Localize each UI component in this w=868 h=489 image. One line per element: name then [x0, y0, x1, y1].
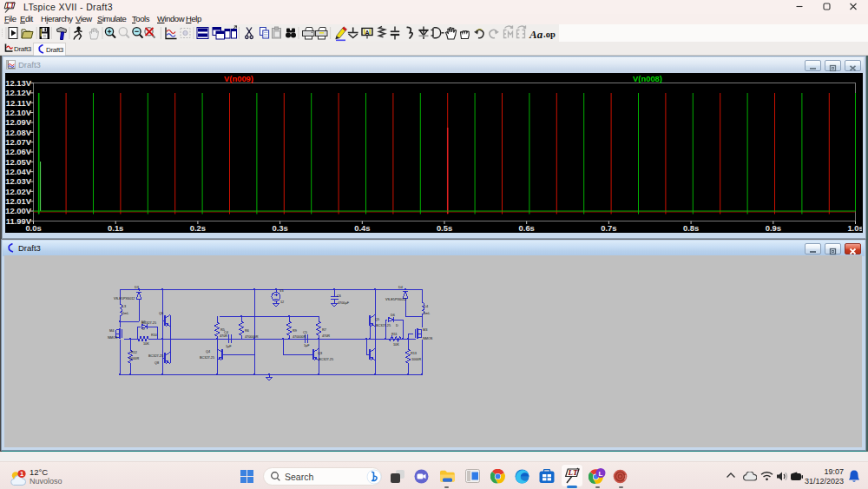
svg-text:V(n008): V(n008)	[633, 74, 662, 83]
svg-text:Q5: Q5	[375, 318, 379, 321]
svg-text:0.5s: 0.5s	[437, 223, 452, 233]
svg-text:0.7s: 0.7s	[601, 223, 616, 233]
svg-text:1mL: 1mL	[122, 312, 128, 315]
svg-text:Aa: Aa	[529, 28, 543, 41]
svg-text:Q6: Q6	[159, 312, 163, 315]
svg-text:LT: LT	[5, 2, 14, 10]
svg-text:BC327-25: BC327-25	[376, 324, 391, 327]
svg-text:0.0s: 0.0s	[25, 223, 41, 233]
svg-text:470000R: 470000R	[245, 335, 259, 339]
svg-text:R9: R9	[293, 329, 297, 333]
svg-text:470R: 470R	[322, 334, 330, 338]
svg-text:Q8: Q8	[155, 361, 159, 365]
svg-text:M3: M3	[423, 328, 427, 332]
svg-text:12.01V: 12.01V	[5, 196, 31, 206]
svg-text:C6: C6	[337, 294, 341, 298]
svg-text:.op: .op	[543, 30, 556, 39]
svg-text:10K: 10K	[393, 343, 399, 347]
svg-text:12.10V: 12.10V	[5, 108, 31, 117]
svg-text:M4: M4	[109, 329, 114, 333]
svg-text:470000R: 470000R	[293, 335, 306, 339]
svg-text:1µF: 1µF	[304, 344, 310, 347]
svg-text:R7: R7	[322, 328, 326, 332]
svg-text:R10: R10	[151, 334, 157, 337]
svg-text:D: D	[142, 327, 145, 331]
svg-text:12.04V: 12.04V	[5, 167, 31, 176]
svg-text:0.3s: 0.3s	[272, 223, 287, 233]
svg-text:10K: 10K	[143, 342, 149, 346]
svg-text:R13: R13	[411, 352, 417, 355]
svg-text:12.12V: 12.12V	[5, 88, 31, 97]
svg-text:R11: R11	[391, 333, 398, 336]
svg-text:12.02V: 12.02V	[5, 187, 31, 196]
svg-text:1µF: 1µF	[226, 345, 232, 348]
svg-text:BC327-25: BC327-25	[141, 321, 156, 325]
svg-text:R6: R6	[245, 329, 249, 333]
svg-text:BC327-25: BC327-25	[148, 354, 163, 358]
svg-text:C5: C5	[303, 331, 307, 334]
svg-text:1000R: 1000R	[411, 358, 421, 361]
svg-text:12.05V: 12.05V	[5, 157, 31, 167]
svg-text:470R: 470R	[220, 334, 227, 338]
svg-text:L: L	[599, 470, 603, 478]
svg-text:V3: V3	[279, 289, 284, 293]
svg-text:0.1s: 0.1s	[108, 223, 123, 233]
svg-text:Q3: Q3	[318, 352, 322, 355]
svg-text:D3: D3	[135, 286, 139, 289]
svg-text:12.08V: 12.08V	[5, 128, 31, 137]
svg-text:C4: C4	[224, 331, 228, 334]
svg-text:0.6s: 0.6s	[519, 223, 535, 233]
svg-text:D: D	[396, 324, 398, 327]
svg-text:12.03V: 12.03V	[5, 176, 31, 186]
svg-text:12.09V: 12.09V	[5, 117, 31, 127]
svg-text:BC327-25: BC327-25	[200, 356, 214, 360]
svg-text:0.9s: 0.9s	[766, 223, 781, 233]
svg-text:0.2s: 0.2s	[190, 223, 206, 233]
svg-text:1mL: 1mL	[424, 312, 430, 315]
svg-text:D4: D4	[398, 286, 403, 289]
svg-text:L4: L4	[424, 305, 428, 308]
svg-text:A: A	[365, 30, 369, 36]
svg-text:D6: D6	[391, 314, 395, 317]
svg-text:VS-E5PX6012: VS-E5PX6012	[114, 297, 135, 301]
svg-text:12.13V: 12.13V	[5, 78, 31, 88]
svg-text:4700µF: 4700µF	[338, 301, 350, 305]
svg-text:1: 1	[20, 470, 23, 478]
svg-text:BC327-25: BC327-25	[319, 358, 333, 361]
svg-text:NMOS: NMOS	[108, 336, 118, 340]
svg-text:NMOS: NMOS	[423, 337, 433, 340]
svg-text:12.07V: 12.07V	[5, 137, 31, 147]
svg-text:Q4: Q4	[206, 350, 210, 354]
svg-text:V(n009): V(n009)	[224, 74, 253, 83]
svg-text:VS-E5PX6012: VS-E5PX6012	[385, 298, 407, 301]
svg-text:LT: LT	[568, 468, 578, 477]
svg-text:0.8s: 0.8s	[683, 223, 699, 233]
svg-text:1.0s: 1.0s	[847, 223, 862, 233]
svg-text:1000R: 1000R	[129, 357, 139, 360]
svg-text:R12: R12	[131, 351, 137, 354]
svg-text:12.11V: 12.11V	[6, 98, 32, 108]
svg-text:0.4s: 0.4s	[354, 223, 370, 233]
svg-text:12.00V: 12.00V	[5, 206, 31, 215]
svg-text:12.06V: 12.06V	[5, 147, 31, 156]
svg-text:L3: L3	[122, 305, 126, 308]
svg-text:12: 12	[280, 301, 284, 304]
